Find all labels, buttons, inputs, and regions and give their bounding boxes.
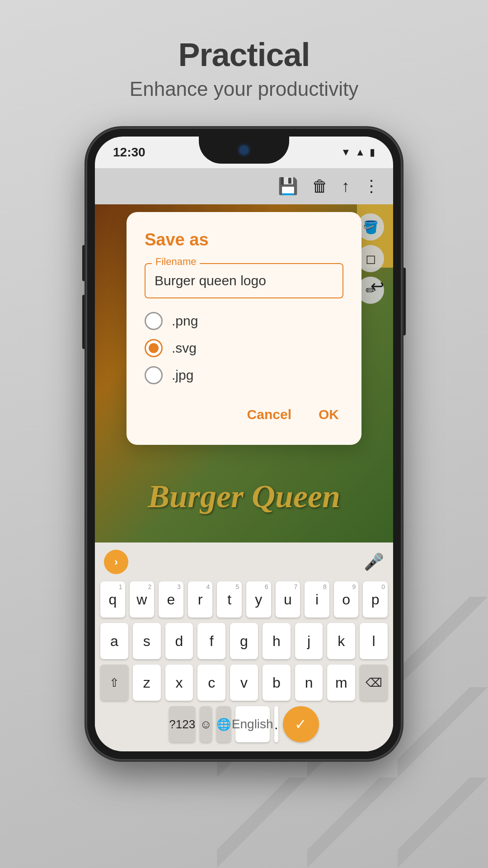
more-icon[interactable]: ⋮ bbox=[363, 177, 380, 196]
ok-button[interactable]: OK bbox=[314, 402, 343, 427]
key-j[interactable]: j bbox=[295, 623, 323, 659]
battery-icon: ▮ bbox=[370, 146, 375, 158]
png-option[interactable]: .png bbox=[145, 312, 343, 330]
key-f[interactable]: f bbox=[197, 623, 225, 659]
keyboard-bottom-row: ?123 ☺ 🌐 English . ✓ bbox=[100, 706, 388, 742]
key-i[interactable]: i8 bbox=[305, 581, 329, 618]
key-q[interactable]: q1 bbox=[100, 581, 125, 618]
backspace-key[interactable]: ⌫ bbox=[360, 665, 388, 701]
key-t[interactable]: t5 bbox=[217, 581, 242, 618]
save-as-dialog: Save as Filename .png bbox=[127, 212, 361, 445]
svg-radio-selected bbox=[149, 343, 159, 353]
keyboard-row-1: q1 w2 e3 r4 t5 y6 u7 i8 o9 p0 bbox=[100, 581, 388, 618]
dialog-actions: Cancel OK bbox=[145, 402, 343, 427]
filename-field-wrapper: Filename bbox=[145, 263, 343, 298]
key-g[interactable]: g bbox=[230, 623, 258, 659]
save-icon[interactable]: 💾 bbox=[278, 177, 298, 196]
key-p[interactable]: p0 bbox=[363, 581, 388, 618]
key-r[interactable]: r4 bbox=[188, 581, 213, 618]
period-key[interactable]: . bbox=[274, 706, 278, 742]
status-time: 12:30 bbox=[113, 145, 145, 160]
page-header: Practical Enhance your productivity bbox=[130, 36, 358, 100]
key-x[interactable]: x bbox=[165, 665, 193, 701]
key-u[interactable]: u7 bbox=[276, 581, 300, 618]
sym-key[interactable]: ?123 bbox=[169, 706, 195, 742]
key-l[interactable]: l bbox=[360, 623, 388, 659]
key-y[interactable]: y6 bbox=[246, 581, 271, 618]
cancel-button[interactable]: Cancel bbox=[243, 402, 296, 427]
phone-button-vol-down bbox=[82, 295, 86, 349]
phone-body: 12:30 ▼ ▲ ▮ 💾 🗑 ↑ ⋮ bbox=[86, 127, 402, 760]
svg-label: .svg bbox=[172, 340, 197, 356]
emoji-key[interactable]: ☺ bbox=[200, 706, 212, 742]
key-h[interactable]: h bbox=[263, 623, 291, 659]
key-n[interactable]: n bbox=[295, 665, 323, 701]
png-radio[interactable] bbox=[145, 312, 163, 330]
phone-button-power bbox=[402, 268, 406, 335]
filename-label: Filename bbox=[152, 256, 200, 268]
format-options: .png .svg bbox=[145, 312, 343, 384]
svg-radio[interactable] bbox=[145, 339, 163, 357]
canvas-area[interactable]: 🪣 ◻ ✏ ↩ Burger Queen Save as Filename bbox=[95, 204, 393, 542]
front-camera bbox=[239, 146, 249, 155]
key-v[interactable]: v bbox=[230, 665, 258, 701]
wifi-icon: ▼ bbox=[341, 146, 351, 158]
jpg-radio[interactable] bbox=[145, 366, 163, 384]
key-a[interactable]: a bbox=[100, 623, 128, 659]
jpg-label: .jpg bbox=[172, 368, 193, 383]
shift-key[interactable]: ⇧ bbox=[100, 665, 128, 701]
key-w[interactable]: w2 bbox=[130, 581, 155, 618]
page-title: Practical bbox=[130, 36, 358, 73]
key-e[interactable]: e3 bbox=[159, 581, 183, 618]
keyboard-row-2: a s d f g h j k l bbox=[100, 623, 388, 659]
phone-screen: 12:30 ▼ ▲ ▮ 💾 🗑 ↑ ⋮ bbox=[95, 137, 393, 751]
dialog-overlay: Save as Filename .png bbox=[95, 204, 393, 542]
key-o[interactable]: o9 bbox=[334, 581, 359, 618]
share-icon[interactable]: ↑ bbox=[342, 177, 350, 196]
key-d[interactable]: d bbox=[165, 623, 193, 659]
key-m[interactable]: m bbox=[327, 665, 355, 701]
keyboard-top-row: › 🎤 bbox=[100, 550, 388, 574]
signal-icon: ▲ bbox=[355, 146, 365, 158]
status-icons: ▼ ▲ ▮ bbox=[341, 146, 375, 158]
spacebar-key[interactable]: English bbox=[235, 706, 270, 742]
enter-key[interactable]: ✓ bbox=[283, 706, 319, 742]
phone-mockup: 12:30 ▼ ▲ ▮ 💾 🗑 ↑ ⋮ bbox=[86, 127, 402, 760]
app-toolbar: 💾 🗑 ↑ ⋮ bbox=[95, 168, 393, 204]
keyboard: › 🎤 q1 w2 e3 r4 t5 y6 u7 i8 o9 p0 bbox=[95, 542, 393, 751]
key-k[interactable]: k bbox=[327, 623, 355, 659]
jpg-option[interactable]: .jpg bbox=[145, 366, 343, 384]
phone-notch bbox=[199, 137, 289, 164]
key-s[interactable]: s bbox=[133, 623, 161, 659]
phone-button-vol-up bbox=[82, 245, 86, 281]
key-z[interactable]: z bbox=[133, 665, 161, 701]
app-content: 💾 🗑 ↑ ⋮ 🪣 ◻ ✏ bbox=[95, 168, 393, 751]
keyboard-row-3: ⇧ z x c v b n m ⌫ bbox=[100, 665, 388, 701]
delete-icon[interactable]: 🗑 bbox=[312, 177, 328, 196]
key-b[interactable]: b bbox=[263, 665, 291, 701]
filename-input[interactable] bbox=[145, 263, 343, 298]
keyboard-mic-button[interactable]: 🎤 bbox=[364, 552, 384, 571]
globe-key[interactable]: 🌐 bbox=[216, 706, 231, 742]
keyboard-expand-button[interactable]: › bbox=[104, 550, 128, 574]
dialog-title: Save as bbox=[145, 230, 343, 250]
page-subtitle: Enhance your productivity bbox=[130, 78, 358, 100]
png-label: .png bbox=[172, 313, 198, 329]
key-c[interactable]: c bbox=[197, 665, 225, 701]
svg-option[interactable]: .svg bbox=[145, 339, 343, 357]
